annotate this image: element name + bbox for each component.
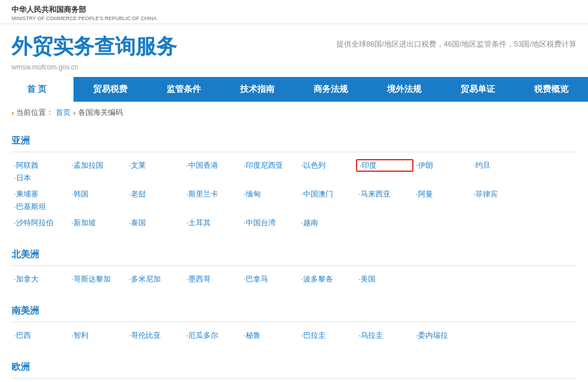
country-item[interactable]: ·中国澳门 (299, 188, 356, 200)
country-item[interactable]: ·缅甸 (241, 188, 299, 200)
country-item[interactable]: ·约旦 (471, 159, 528, 172)
country-item[interactable]: ·泰国 (126, 217, 184, 229)
country-empty (11, 285, 69, 288)
nav-item-supervision[interactable]: 监管条件 (147, 77, 220, 102)
country-item[interactable]: ·委内瑞拉 (413, 329, 471, 342)
country-item[interactable]: ·印度尼西亚 (241, 159, 299, 172)
country-item[interactable]: ·以色列 (299, 159, 356, 172)
country-empty (471, 273, 528, 285)
country-row: ·加拿大·哥斯达黎加·多米尼加·墨西哥·巴拿马·波多黎各·美国 (11, 273, 577, 288)
country-item[interactable]: ·印度 (356, 159, 413, 172)
country-row: ·巴西·智利·哥伦比亚·厄瓜多尔·秘鲁·巴拉圭·乌拉圭·委内瑞拉 (11, 329, 577, 344)
country-item[interactable]: ·墨西哥 (184, 273, 241, 285)
breadcrumb-current: 各国海关编码 (78, 107, 123, 118)
breadcrumb-home[interactable]: 首页 (56, 107, 71, 118)
country-item[interactable]: ·孟加拉国 (69, 159, 126, 172)
country-item[interactable]: ·加拿大 (11, 273, 69, 285)
country-item[interactable]: ·巴拿马 (241, 273, 299, 285)
country-row: ·阿联酋·孟加拉国·文莱·中国香港·印度尼西亚·以色列·印度·伊朗·约旦·日本 (11, 159, 577, 184)
country-item[interactable]: ·中国台湾 (241, 217, 299, 229)
breadcrumb-prefix: 当前位置： (16, 107, 53, 118)
region-title: 亚洲 (11, 129, 577, 152)
country-item[interactable]: ·阿联酋 (11, 159, 69, 172)
country-item[interactable]: ·波多黎各 (299, 273, 356, 285)
country-empty (11, 229, 69, 231)
nav-item-trade[interactable]: 贸易单证 (441, 77, 514, 102)
nav-item-commerce[interactable]: 商务法规 (294, 77, 368, 102)
country-item[interactable]: ·巴西 (11, 329, 69, 342)
country-row: ·柬埔寨·韩国·老挝·斯里兰卡·缅甸·中国澳门·马来西亚·阿曼·菲律宾·巴基斯坦 (11, 188, 577, 213)
region-title: 南美洲 (11, 299, 577, 322)
region-section-南美洲: 南美洲·巴西·智利·哥伦比亚·厄瓜多尔·秘鲁·巴拉圭·乌拉圭·委内瑞拉 (11, 299, 577, 344)
country-empty (413, 273, 471, 285)
country-item[interactable]: ·沙特阿拉伯 (11, 217, 69, 229)
site-url: wmsw.mofcom.gov.cn (11, 63, 177, 71)
country-item[interactable]: ·越南 (299, 217, 356, 229)
nav-item-tariff[interactable]: 贸易税费 (74, 77, 147, 102)
region-section-欧洲: 欧洲·奥地利·比利时·瑞士·捷克·德国·爱沙尼亚·芬兰·法国·英国·希腊·爱尔兰… (11, 356, 577, 382)
region-section-北美洲: 北美洲·加拿大·哥斯达黎加·多米尼加·墨西哥·巴拿马·波多黎各·美国 (11, 243, 577, 288)
country-item[interactable]: ·多米尼加 (126, 273, 184, 285)
site-title: 外贸实务查询服务 (11, 33, 177, 61)
country-item[interactable]: ·美国 (356, 273, 413, 285)
nav-item-tech[interactable]: 技术指南 (220, 77, 294, 102)
main-header: 外贸实务查询服务 wmsw.mofcom.gov.cn 提供全球86国/地区进出… (0, 24, 588, 77)
country-item[interactable]: ·文莱 (126, 159, 184, 172)
country-empty (11, 342, 69, 344)
country-item[interactable]: ·哥伦比亚 (126, 329, 184, 342)
top-header: 中华人民共和国商务部 MINISTRY OF COMMERCE PEOPLE'S… (0, 0, 588, 24)
country-item[interactable]: ·马来西亚 (356, 188, 413, 200)
country-item[interactable]: ·智利 (69, 329, 126, 342)
country-item[interactable]: ·巴拉圭 (299, 329, 356, 342)
country-item[interactable]: ·乌拉圭 (356, 329, 413, 342)
gov-title-en: MINISTRY OF COMMERCE PEOPLE'S REPUBLIC O… (11, 16, 157, 21)
country-item[interactable]: ·菲律宾 (471, 188, 528, 200)
gov-logo: 中华人民共和国商务部 MINISTRY OF COMMERCE PEOPLE'S… (11, 5, 577, 21)
country-item[interactable]: ·老挝 (126, 188, 184, 200)
nav-item-home[interactable]: 首 页 (0, 77, 74, 102)
nav-item-foreign[interactable]: 境外法规 (368, 77, 441, 102)
content-area: 亚洲·阿联酋·孟加拉国·文莱·中国香港·印度尼西亚·以色列·印度·伊朗·约旦·日… (0, 124, 588, 382)
country-item[interactable]: ·巴基斯坦 (11, 200, 69, 213)
site-desc: 提供全球86国/地区进出口税费，46国/地区监管条件，53国/地区税费计算 (336, 37, 577, 51)
country-empty (471, 217, 528, 229)
country-item[interactable]: ·阿曼 (413, 188, 471, 200)
country-item[interactable]: ·柬埔寨 (11, 188, 69, 200)
gov-title-cn: 中华人民共和国商务部 (11, 5, 86, 14)
country-item[interactable]: ·日本 (11, 172, 69, 184)
breadcrumb-sep: › (73, 109, 75, 117)
country-item[interactable]: ·厄瓜多尔 (184, 329, 241, 342)
country-row: ·沙特阿拉伯·新加坡·泰国·土耳其·中国台湾·越南 (11, 217, 577, 231)
breadcrumb-arrow: › (11, 109, 14, 117)
country-item[interactable]: ·哥斯达黎加 (69, 273, 126, 285)
region-title: 欧洲 (11, 356, 577, 379)
country-empty (471, 329, 528, 342)
country-item[interactable]: ·伊朗 (413, 159, 471, 172)
country-item[interactable]: ·土耳其 (184, 217, 241, 229)
nav-bar: 首 页 贸易税费 监管条件 技术指南 商务法规 境外法规 贸易单证 税费概览 (0, 77, 588, 102)
nav-item-tax[interactable]: 税费概览 (514, 77, 588, 102)
breadcrumb: › 当前位置： 首页 › 各国海关编码 (0, 102, 588, 124)
country-item[interactable]: ·秘鲁 (241, 329, 299, 342)
country-empty (356, 217, 413, 229)
country-item[interactable]: ·斯里兰卡 (184, 188, 241, 200)
country-empty (413, 217, 471, 229)
region-title: 北美洲 (11, 243, 577, 266)
country-item[interactable]: ·韩国 (69, 188, 126, 200)
country-item[interactable]: ·新加坡 (69, 217, 126, 229)
region-section-亚洲: 亚洲·阿联酋·孟加拉国·文莱·中国香港·印度尼西亚·以色列·印度·伊朗·约旦·日… (11, 129, 577, 231)
country-item[interactable]: ·中国香港 (184, 159, 241, 172)
